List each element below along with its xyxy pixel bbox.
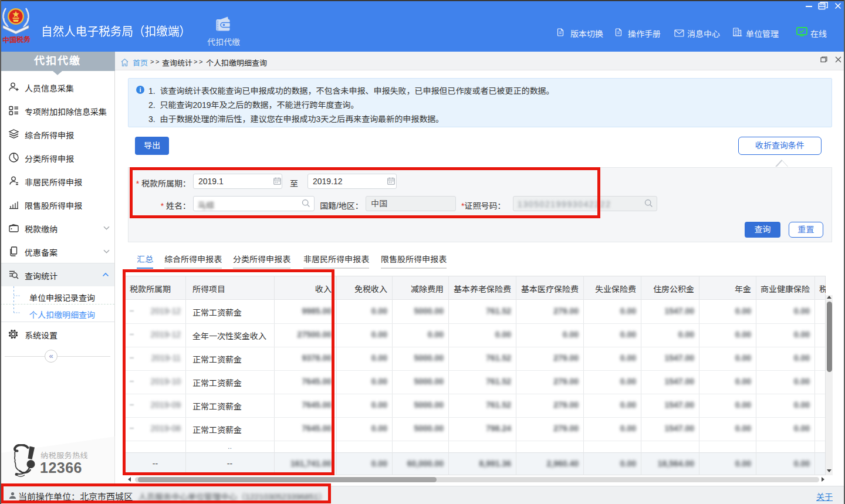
svg-text:中国税务: 中国税务 [2, 33, 31, 45]
